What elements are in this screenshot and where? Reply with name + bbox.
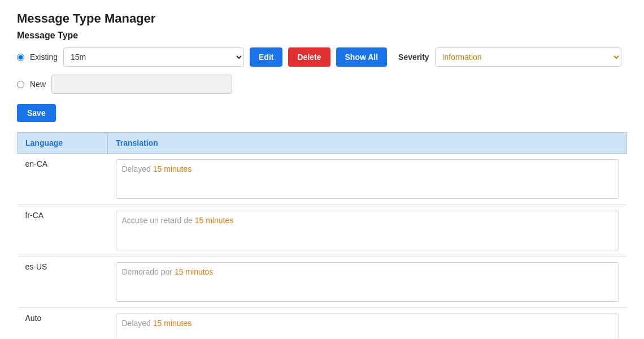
translation-editor[interactable]: Delayed 15 minutes <box>116 159 619 199</box>
table-row: es-USDemorado por 15 minutos <box>18 257 627 308</box>
new-radio[interactable] <box>17 81 24 88</box>
page-title: Message Type Manager <box>17 11 627 26</box>
new-label: New <box>30 80 46 89</box>
col-language: Language <box>18 133 108 154</box>
severity-label: Severity <box>398 53 429 62</box>
existing-row: Existing 15m 30m 1h 2h 4h Edit Delete Sh… <box>17 47 627 67</box>
existing-label: Existing <box>30 53 58 62</box>
highlighted-number: 15 minutos <box>175 267 213 276</box>
translation-table: Language Translation en-CADelayed 15 min… <box>17 132 627 339</box>
translation-cell: Demorado por 15 minutos <box>108 257 627 308</box>
new-type-input[interactable] <box>51 75 232 94</box>
table-header-row: Language Translation <box>18 133 627 154</box>
language-cell: es-US <box>18 257 108 308</box>
edit-button[interactable]: Edit <box>250 47 282 67</box>
translation-cell: Accuse un retard de 15 minutes <box>108 205 627 257</box>
language-cell: en-CA <box>18 154 108 205</box>
language-cell: fr-CA <box>18 205 108 257</box>
severity-dropdown[interactable]: Information Warning Error Critical <box>435 47 621 67</box>
translation-editor[interactable]: Accuse un retard de 15 minutes <box>116 211 619 250</box>
highlighted-number: 15 minutes <box>153 164 192 173</box>
table-row: AutoDelayed 15 minutes <box>18 308 627 340</box>
col-translation: Translation <box>108 133 627 154</box>
table-row: fr-CAAccuse un retard de 15 minutes <box>18 205 627 257</box>
new-row: New <box>17 75 627 94</box>
highlighted-number: 15 minutes <box>195 216 233 225</box>
delete-button[interactable]: Delete <box>288 47 330 67</box>
existing-radio[interactable] <box>17 54 24 61</box>
translation-editor[interactable]: Demorado por 15 minutos <box>116 262 619 302</box>
save-button[interactable]: Save <box>17 104 56 122</box>
show-all-button[interactable]: Show All <box>336 47 388 67</box>
message-type-subtitle: Message Type <box>17 31 627 41</box>
table-row: en-CADelayed 15 minutes <box>18 154 627 205</box>
highlighted-number: 15 minutes <box>153 319 192 328</box>
translation-editor[interactable]: Delayed 15 minutes <box>116 314 619 339</box>
existing-dropdown[interactable]: 15m 30m 1h 2h 4h <box>63 47 244 67</box>
translation-cell: Delayed 15 minutes <box>108 154 627 205</box>
translation-cell: Delayed 15 minutes <box>108 308 627 340</box>
language-cell: Auto <box>18 308 108 340</box>
form-section: Existing 15m 30m 1h 2h 4h Edit Delete Sh… <box>17 47 627 94</box>
